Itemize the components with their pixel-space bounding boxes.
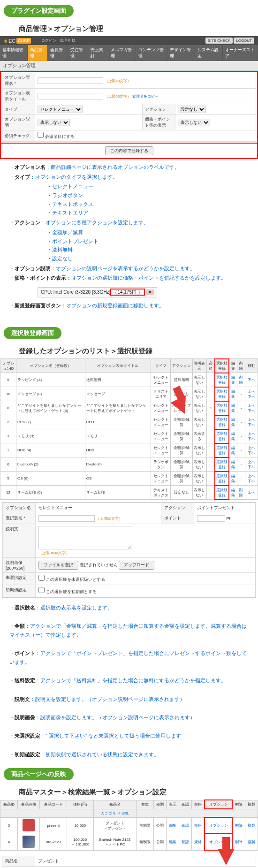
choice-reg-link[interactable]: 選択肢登録 — [216, 389, 228, 399]
menu-item[interactable]: オーナーズストア — [223, 45, 258, 61]
choice-reg-link[interactable]: 選択肢登録 — [216, 446, 228, 455]
menu-item[interactable]: コンテンツ管理 — [136, 45, 167, 61]
option-link[interactable]: オプション — [209, 823, 228, 828]
choice-reg-link[interactable]: 選択肢登録 — [216, 460, 228, 469]
menu-item[interactable]: 会員管理 — [48, 45, 68, 61]
file-btn[interactable]: ファイルを選択 — [38, 561, 78, 570]
logo: ◉ECCUBE ログイン : 管理者 様 — [4, 38, 76, 44]
menu-item[interactable]: デザイン管理 — [167, 45, 195, 61]
pt-input[interactable] — [197, 515, 225, 522]
subtitle-3: 商品マスター＞検索結果一覧＞オプション設定 — [19, 788, 258, 797]
menu-item[interactable]: 売上集計 — [88, 45, 108, 61]
chevron-down-icon[interactable]: ▼ — [146, 289, 154, 295]
logout-btn[interactable]: LOGOUT — [234, 38, 254, 44]
choice-reg-link[interactable]: 選択肢登録 — [216, 488, 228, 497]
menu-item[interactable]: 受注管理 — [68, 45, 88, 61]
admin-topbar: ◉ECCUBE ログイン : 管理者 様 SITE CHECK LOGOUT — [0, 36, 258, 45]
choice-reg-link[interactable]: 選択肢登録 — [216, 432, 228, 441]
type-select[interactable]: セレクトメニュー — [38, 106, 83, 113]
upload-btn[interactable]: アップロード — [119, 561, 154, 570]
desc-select[interactable]: 表示しない — [38, 119, 70, 126]
desc-textarea[interactable] — [38, 526, 132, 549]
pricept-select[interactable]: 表示しない — [178, 119, 210, 126]
opt-name-input[interactable] — [38, 77, 103, 84]
product-grid: 商品ID商品画像商品コード価格(円)商品名在庫種別表示確認規格オプション削除複製… — [0, 799, 258, 851]
choice-form: オプション名セレクトメニューアクションポイントプレゼント 選択肢名 * （上限5… — [2, 502, 256, 598]
subtitle-2: 登録したオプションのリスト＞選択肢登録 — [19, 347, 258, 356]
choice-reg-link[interactable]: 選択肢登録 — [216, 404, 228, 413]
site-check-btn[interactable]: SITE CHECK — [205, 38, 233, 44]
cpu-example: CPU: Intel Core i3-3220 [3.3GHz]（14,175円… — [38, 287, 157, 297]
menu-item[interactable]: システム設定 — [195, 45, 223, 61]
main-menu: 基本情報管理商品管理会員管理受注管理売上集計メルマガ管理コンテンツ管理デザイン管… — [0, 45, 258, 61]
choice-reg-link[interactable]: 選択肢登録 — [216, 375, 228, 385]
option-form: オプション管理名 * （上限50文字） オプション表示タイトル （上限50文字）… — [0, 71, 258, 144]
product-thumb — [23, 836, 35, 848]
submit-btn[interactable]: この内容で登録する — [105, 146, 153, 155]
section-pill-3: 商品ページへの反映 — [4, 768, 74, 780]
required-check[interactable] — [38, 132, 44, 138]
choice-input[interactable] — [38, 515, 95, 522]
copy-link[interactable]: 管理名をコピー — [132, 94, 159, 99]
menu-item[interactable]: メルマガ管理 — [108, 45, 136, 61]
unsel-check[interactable] — [38, 575, 45, 581]
notes-1: ・オプション名：商品詳細ページに表示されるオプションのラベルです。 ・タイプ：オ… — [0, 159, 258, 287]
option-grid: オプションIDオプション名（登録数）オプション表示タイトルタイプアクション説明表… — [0, 358, 258, 500]
menu-item[interactable]: 商品管理 — [28, 45, 48, 61]
section-pill-2: 選択肢登録画面 — [4, 327, 61, 339]
section-pill-1: プラグイン設定画面 — [4, 5, 74, 17]
choice-reg-link[interactable]: 選択肢登録 — [216, 418, 228, 427]
notes-2: ・選択肢名：選択肢の表示名を設定します。 ・金額：アクションで「金額加／減算」を… — [0, 600, 258, 764]
disp-title-input[interactable] — [38, 93, 103, 99]
product-thumb — [23, 819, 35, 831]
choice-reg-link[interactable]: 選択肢登録 — [216, 474, 228, 483]
menu-item[interactable]: 基本情報管理 — [0, 45, 28, 61]
init-check[interactable] — [38, 587, 45, 593]
subtitle-1: 商品管理＞オプション管理 — [19, 24, 258, 33]
action-select[interactable]: 設定なし — [178, 106, 206, 113]
panel-title: オプション管理 — [0, 61, 258, 71]
